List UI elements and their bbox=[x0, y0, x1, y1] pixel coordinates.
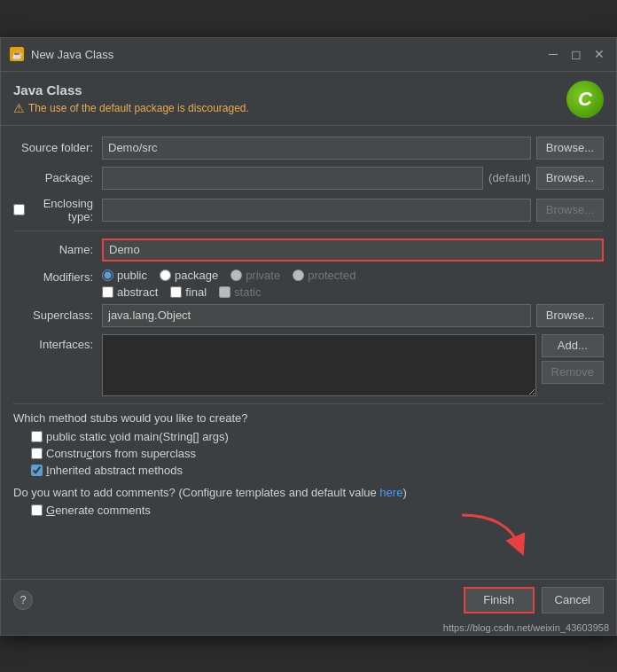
header-left: Java Class ⚠ The use of the default pack… bbox=[13, 82, 249, 115]
stub-main-method[interactable]: public static void main(String[] args) bbox=[31, 430, 604, 443]
stub-constructors[interactable]: Constructors from superclass bbox=[31, 447, 604, 460]
interfaces-textarea[interactable] bbox=[102, 334, 536, 396]
modifier-protected: protected bbox=[293, 269, 355, 282]
window-title: New Java Class bbox=[31, 48, 113, 61]
package-browse-button[interactable]: Browse... bbox=[536, 167, 604, 190]
modifier-radio-group: public package private protected bbox=[102, 269, 355, 282]
interfaces-row: Interfaces: Add... Remove bbox=[13, 334, 604, 396]
modifiers-group: public package private protected bbox=[102, 269, 355, 299]
modifier-private: private bbox=[230, 269, 280, 282]
title-bar-left: ☕ New Java Class bbox=[10, 47, 113, 61]
interfaces-remove-button: Remove bbox=[542, 361, 604, 384]
name-input[interactable] bbox=[102, 238, 604, 262]
comments-link[interactable]: here bbox=[379, 486, 402, 499]
logo-icon: C bbox=[566, 81, 604, 118]
title-bar: ☕ New Java Class ─ ◻ ✕ bbox=[1, 38, 616, 72]
minimize-button[interactable]: ─ bbox=[545, 46, 561, 62]
superclass-row: Superclass: Browse... bbox=[13, 304, 604, 327]
modifiers-label: Modifiers: bbox=[13, 269, 102, 284]
generate-comments-checkbox[interactable] bbox=[31, 504, 43, 516]
watermark: https://blog.csdn.net/weixin_43603958 bbox=[1, 621, 616, 635]
modifier-abstract[interactable]: abstract bbox=[102, 285, 158, 299]
interfaces-add-button[interactable]: Add... bbox=[542, 334, 604, 357]
warning-message: ⚠ The use of the default package is disc… bbox=[13, 101, 249, 115]
section-title: Java Class bbox=[13, 82, 249, 98]
interfaces-label: Interfaces: bbox=[13, 334, 102, 351]
package-label: Package: bbox=[13, 171, 102, 184]
arrow-svg bbox=[435, 511, 542, 559]
source-folder-label: Source folder: bbox=[13, 141, 102, 154]
stubs-list: public static void main(String[] args) C… bbox=[31, 430, 604, 477]
modifier-static: static bbox=[219, 285, 261, 299]
dialog-header: Java Class ⚠ The use of the default pack… bbox=[1, 72, 616, 126]
comments-question: Do you want to add comments? (Configure … bbox=[13, 486, 407, 499]
enclosing-label-group: Enclosing type: bbox=[13, 197, 102, 223]
package-suffix: (default) bbox=[488, 171, 531, 184]
modifier-package[interactable]: package bbox=[160, 269, 218, 282]
dialog-window: ☕ New Java Class ─ ◻ ✕ Java Class ⚠ The … bbox=[0, 37, 617, 636]
footer-right: Finish Cancel bbox=[464, 587, 604, 613]
package-input-group: (default) bbox=[102, 167, 531, 190]
maximize-button[interactable]: ◻ bbox=[568, 46, 584, 62]
modifier-final[interactable]: final bbox=[170, 285, 207, 299]
superclass-label: Superclass: bbox=[13, 309, 102, 322]
app-icon: ☕ bbox=[10, 47, 24, 61]
stubs-question: Which method stubs would you like to cre… bbox=[13, 411, 604, 425]
enclosing-type-row: Enclosing type: Browse... bbox=[13, 197, 604, 223]
finish-button[interactable]: Finish bbox=[464, 587, 535, 613]
close-button[interactable]: ✕ bbox=[591, 46, 607, 62]
enclosing-label: Enclosing type: bbox=[28, 197, 93, 223]
enclosing-browse-button: Browse... bbox=[536, 199, 604, 222]
enclosing-type-checkbox[interactable] bbox=[13, 204, 25, 215]
interfaces-buttons: Add... Remove bbox=[542, 334, 604, 384]
help-button[interactable]: ? bbox=[13, 590, 33, 610]
stub-inherited[interactable]: Inherited abstract methods bbox=[31, 464, 604, 477]
modifier-check-group: abstract final static bbox=[102, 285, 355, 299]
name-row: Name: bbox=[13, 238, 604, 262]
footer-left: ? bbox=[13, 590, 33, 610]
divider-2 bbox=[13, 403, 604, 404]
package-input[interactable] bbox=[102, 167, 483, 190]
cancel-button[interactable]: Cancel bbox=[542, 587, 604, 613]
enclosing-type-input[interactable] bbox=[102, 199, 531, 222]
modifiers-row: Modifiers: public package private bbox=[13, 269, 604, 299]
modifier-public[interactable]: public bbox=[102, 269, 147, 282]
name-label: Name: bbox=[13, 243, 102, 256]
source-folder-input[interactable] bbox=[102, 137, 531, 160]
superclass-browse-button[interactable]: Browse... bbox=[536, 304, 604, 327]
source-folder-row: Source folder: Browse... bbox=[13, 137, 604, 160]
superclass-input[interactable] bbox=[102, 304, 531, 327]
dialog-body: Source folder: Browse... Package: (defau… bbox=[1, 126, 616, 579]
dialog-footer: ? Finish Cancel bbox=[1, 579, 616, 621]
warning-icon: ⚠ bbox=[13, 101, 25, 115]
title-controls: ─ ◻ ✕ bbox=[545, 46, 607, 62]
source-folder-browse-button[interactable]: Browse... bbox=[536, 137, 604, 160]
arrow-container bbox=[13, 524, 604, 568]
divider-1 bbox=[13, 231, 604, 231]
package-row: Package: (default) Browse... bbox=[13, 167, 604, 190]
